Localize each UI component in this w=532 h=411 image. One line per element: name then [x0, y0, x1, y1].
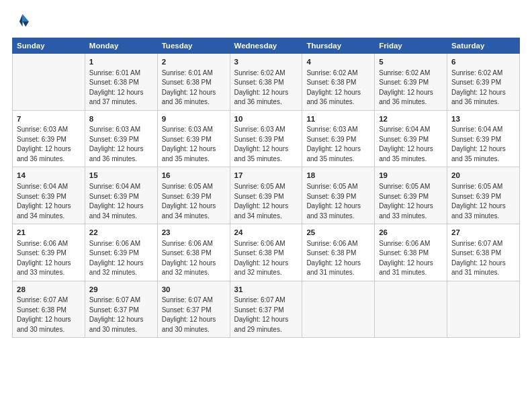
cell-line: Daylight: 12 hours	[379, 259, 443, 269]
cell-w5-d3: 30Sunrise: 6:07 AMSunset: 6:37 PMDayligh…	[157, 281, 230, 338]
week-row-1: 1Sunrise: 6:01 AMSunset: 6:38 PMDaylight…	[13, 54, 520, 111]
day-number: 27	[451, 227, 515, 238]
cell-line: Sunset: 6:39 PM	[451, 135, 515, 145]
cell-line: Sunrise: 6:01 AM	[89, 68, 153, 79]
cell-line: and 36 minutes.	[306, 97, 370, 107]
cell-line: and 37 minutes.	[89, 97, 153, 107]
cell-line: Sunset: 6:39 PM	[89, 248, 153, 259]
cell-line: Sunrise: 6:03 AM	[89, 125, 153, 135]
cell-line: Sunset: 6:37 PM	[89, 306, 153, 316]
cell-line: Sunrise: 6:06 AM	[234, 239, 298, 249]
logo-icon	[12, 12, 31, 31]
cell-line: Daylight: 12 hours	[17, 259, 81, 269]
cell-line: Sunset: 6:38 PM	[379, 248, 443, 259]
day-number: 16	[162, 170, 226, 181]
cell-line: Daylight: 12 hours	[89, 259, 153, 269]
cell-line: Sunset: 6:39 PM	[162, 192, 226, 202]
cell-line: Daylight: 12 hours	[306, 201, 370, 212]
cell-w2-d7: 13Sunrise: 6:04 AMSunset: 6:39 PMDayligh…	[447, 110, 520, 167]
day-number: 25	[306, 227, 370, 238]
cell-line: Sunrise: 6:01 AM	[162, 68, 226, 79]
cell-line: Sunset: 6:39 PM	[89, 135, 153, 145]
cell-line: Sunset: 6:39 PM	[451, 192, 515, 202]
cell-w3-d2: 15Sunrise: 6:04 AMSunset: 6:39 PMDayligh…	[85, 167, 157, 224]
day-number: 20	[451, 170, 515, 181]
cell-line: and 35 minutes.	[451, 154, 515, 165]
cell-line: Daylight: 12 hours	[162, 201, 226, 212]
cell-line: Sunset: 6:37 PM	[234, 306, 298, 316]
cell-line: Sunset: 6:39 PM	[17, 135, 81, 145]
day-number: 11	[306, 113, 370, 125]
cell-w2-d4: 10Sunrise: 6:03 AMSunset: 6:39 PMDayligh…	[230, 110, 302, 167]
day-number: 8	[89, 113, 153, 125]
cell-line: and 35 minutes.	[379, 154, 443, 165]
cell-line: Daylight: 12 hours	[234, 259, 298, 269]
cell-line: Sunset: 6:39 PM	[379, 135, 443, 145]
cell-line: Sunset: 6:39 PM	[162, 135, 226, 145]
cell-line: and 31 minutes.	[451, 268, 515, 278]
calendar-body: 1Sunrise: 6:01 AMSunset: 6:38 PMDaylight…	[13, 54, 520, 338]
week-row-4: 21Sunrise: 6:06 AMSunset: 6:39 PMDayligh…	[13, 224, 520, 281]
cell-w1-d2: 1Sunrise: 6:01 AMSunset: 6:38 PMDaylight…	[85, 54, 157, 111]
cell-line: Daylight: 12 hours	[89, 144, 153, 154]
cell-line: Sunrise: 6:05 AM	[379, 182, 443, 192]
cell-w5-d6	[375, 281, 447, 338]
cell-line: and 34 minutes.	[89, 212, 153, 222]
cell-line: Sunrise: 6:06 AM	[17, 239, 81, 249]
cell-line: and 31 minutes.	[379, 268, 443, 278]
cell-w1-d1	[13, 54, 85, 111]
cell-line: Daylight: 12 hours	[379, 144, 443, 154]
week-row-5: 28Sunrise: 6:07 AMSunset: 6:38 PMDayligh…	[13, 281, 520, 338]
cell-line: Daylight: 12 hours	[451, 144, 515, 154]
cell-line: Daylight: 12 hours	[306, 259, 370, 269]
cell-w4-d2: 22Sunrise: 6:06 AMSunset: 6:39 PMDayligh…	[85, 224, 157, 281]
day-number: 18	[306, 170, 370, 181]
day-number: 2	[162, 56, 226, 68]
cell-w2-d6: 12Sunrise: 6:04 AMSunset: 6:39 PMDayligh…	[375, 110, 447, 167]
cell-line: Sunrise: 6:06 AM	[89, 239, 153, 249]
cell-line: and 33 minutes.	[17, 268, 81, 278]
cell-w1-d7: 6Sunrise: 6:02 AMSunset: 6:39 PMDaylight…	[447, 54, 520, 111]
cell-line: and 36 minutes.	[379, 97, 443, 107]
cell-w5-d5	[302, 281, 375, 338]
cell-line: Sunrise: 6:04 AM	[17, 182, 81, 192]
cell-line: Daylight: 12 hours	[451, 259, 515, 269]
day-number: 15	[89, 170, 153, 181]
cell-line: Daylight: 12 hours	[379, 88, 443, 98]
cell-line: Sunset: 6:39 PM	[17, 248, 81, 259]
cell-line: Sunrise: 6:07 AM	[451, 239, 515, 249]
cell-line: and 32 minutes.	[89, 268, 153, 278]
cell-line: and 34 minutes.	[234, 212, 298, 222]
cell-w1-d5: 4Sunrise: 6:02 AMSunset: 6:38 PMDaylight…	[302, 54, 375, 111]
cell-w3-d5: 18Sunrise: 6:05 AMSunset: 6:39 PMDayligh…	[302, 167, 375, 224]
header-sunday: Sunday	[13, 38, 85, 54]
cell-line: Sunrise: 6:02 AM	[306, 68, 370, 79]
calendar-header: SundayMondayTuesdayWednesdayThursdayFrid…	[13, 38, 520, 54]
cell-line: Sunrise: 6:06 AM	[379, 239, 443, 249]
day-number: 23	[162, 227, 226, 238]
cell-line: Sunrise: 6:05 AM	[451, 182, 515, 192]
cell-line: Sunset: 6:38 PM	[162, 78, 226, 88]
week-row-3: 14Sunrise: 6:04 AMSunset: 6:39 PMDayligh…	[13, 167, 520, 224]
cell-line: Daylight: 12 hours	[89, 315, 153, 325]
cell-line: Sunrise: 6:07 AM	[234, 295, 298, 306]
cell-line: and 33 minutes.	[379, 212, 443, 222]
cell-line: Sunset: 6:39 PM	[379, 78, 443, 88]
cell-line: Daylight: 12 hours	[89, 88, 153, 98]
header-saturday: Saturday	[447, 38, 520, 54]
day-number: 7	[17, 113, 81, 125]
cell-line: Daylight: 12 hours	[306, 88, 370, 98]
cell-line: Sunset: 6:37 PM	[162, 306, 226, 316]
cell-line: Daylight: 12 hours	[162, 259, 226, 269]
cell-line: Sunrise: 6:02 AM	[451, 68, 515, 79]
header-friday: Friday	[375, 38, 447, 54]
cell-line: Sunset: 6:39 PM	[379, 192, 443, 202]
cell-w5-d7	[447, 281, 520, 338]
calendar-table: SundayMondayTuesdayWednesdayThursdayFrid…	[12, 38, 520, 338]
cell-w1-d4: 3Sunrise: 6:02 AMSunset: 6:38 PMDaylight…	[230, 54, 302, 111]
cell-line: and 34 minutes.	[17, 212, 81, 222]
cell-w5-d1: 28Sunrise: 6:07 AMSunset: 6:38 PMDayligh…	[13, 281, 85, 338]
cell-line: and 32 minutes.	[162, 268, 226, 278]
cell-w4-d7: 27Sunrise: 6:07 AMSunset: 6:38 PMDayligh…	[447, 224, 520, 281]
cell-line: Sunset: 6:38 PM	[17, 306, 81, 316]
